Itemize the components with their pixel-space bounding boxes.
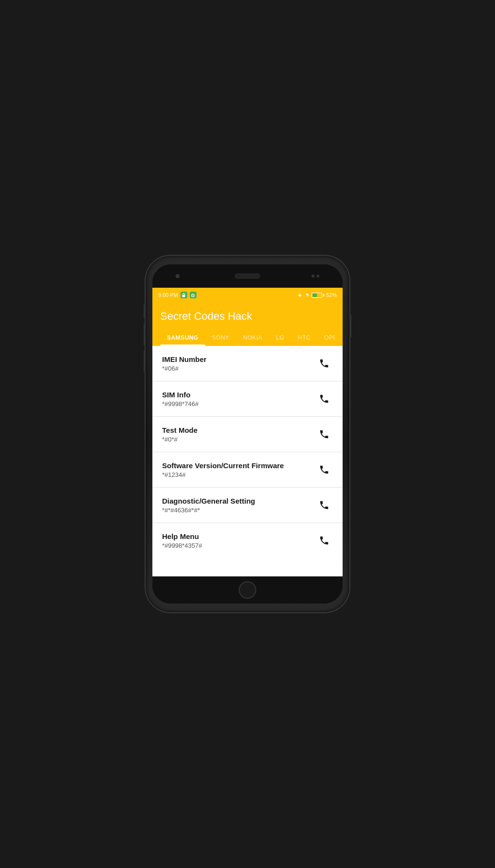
code-name-1: SIM Info <box>162 391 315 399</box>
code-item-2[interactable]: Test Mode *#0*# <box>152 417 343 452</box>
volume-down-button[interactable] <box>144 324 146 345</box>
tab-htc[interactable]: HTC <box>291 329 317 346</box>
screen-content: 9:00 PM <box>152 288 343 576</box>
tab-samsung[interactable]: SAMSUNG <box>160 329 205 346</box>
charging-icon <box>305 293 310 297</box>
top-bezel <box>152 264 343 288</box>
tab-lg[interactable]: LG <box>269 329 291 346</box>
bottom-bezel <box>152 576 343 604</box>
camera-button[interactable] <box>144 350 146 372</box>
code-name-5: Help Menu <box>162 532 315 540</box>
status-left: 9:00 PM <box>158 292 197 298</box>
airplane-icon <box>297 293 303 297</box>
battery-tip <box>323 294 324 296</box>
code-item-5[interactable]: Help Menu *#9998*4357# <box>152 523 343 558</box>
code-value-2: *#0*# <box>162 436 315 443</box>
sensor-1 <box>312 275 314 278</box>
tabs-container: SAMSUNGSONYNOKIALGHTCOPPOM <box>160 329 335 346</box>
status-time: 9:00 PM <box>158 292 178 298</box>
code-value-1: *#9998*746# <box>162 400 315 408</box>
phone-icon-0 <box>319 358 330 369</box>
call-button-1[interactable] <box>315 390 333 408</box>
code-value-5: *#9998*4357# <box>162 542 315 549</box>
call-button-3[interactable] <box>315 461 333 478</box>
alarm-icon <box>190 292 197 298</box>
battery-fill <box>313 294 317 297</box>
code-item-4[interactable]: Diagnostic/General Setting *#*#4636#*#* <box>152 488 343 523</box>
battery-indicator <box>312 293 324 298</box>
code-info-0: IMEI Number *#06# <box>162 355 315 372</box>
code-item-1[interactable]: SIM Info *#9998*746# <box>152 381 343 417</box>
tab-oppo[interactable]: OPPO <box>317 329 335 346</box>
code-value-0: *#06# <box>162 365 315 372</box>
code-item-0[interactable]: IMEI Number *#06# <box>152 346 343 381</box>
speaker <box>235 274 260 278</box>
volume-up-button[interactable] <box>144 304 146 319</box>
battery-bar <box>312 293 322 298</box>
phone-icon-3 <box>319 464 330 475</box>
phone-device: 9:00 PM <box>146 256 349 612</box>
phone-icon-4 <box>319 500 330 510</box>
code-info-2: Test Mode *#0*# <box>162 426 315 443</box>
call-button-0[interactable] <box>315 355 333 372</box>
status-bar: 9:00 PM <box>152 288 343 302</box>
code-item-3[interactable]: Software Version/Current Firmware *#1234… <box>152 452 343 488</box>
code-name-2: Test Mode <box>162 426 315 434</box>
code-name-0: IMEI Number <box>162 355 315 363</box>
call-button-4[interactable] <box>315 496 333 514</box>
code-info-3: Software Version/Current Firmware *#1234… <box>162 461 315 478</box>
code-info-1: SIM Info *#9998*746# <box>162 391 315 408</box>
code-name-3: Software Version/Current Firmware <box>162 461 315 470</box>
code-name-4: Diagnostic/General Setting <box>162 497 315 505</box>
lock-icon <box>181 292 187 298</box>
app-header: Secret Codes Hack SAMSUNGSONYNOKIALGHTCO… <box>152 302 343 346</box>
phone-icon-2 <box>319 429 330 440</box>
battery-percent: 52% <box>326 292 337 298</box>
phone-icon-1 <box>319 393 330 404</box>
code-info-4: Diagnostic/General Setting *#*#4636#*#* <box>162 497 315 514</box>
code-list: IMEI Number *#06# SIM Info *#9998*746# T… <box>152 346 343 558</box>
power-button[interactable] <box>349 314 351 338</box>
code-value-3: *#1234# <box>162 471 315 478</box>
app-title: Secret Codes Hack <box>160 310 335 329</box>
phone-icon-5 <box>319 535 330 546</box>
phone-screen: 9:00 PM <box>152 264 343 604</box>
home-button[interactable] <box>239 581 256 599</box>
sensors <box>312 275 319 278</box>
tab-sony[interactable]: SONY <box>205 329 236 346</box>
call-button-2[interactable] <box>315 426 333 443</box>
front-camera <box>176 274 180 278</box>
status-right: 52% <box>297 292 337 298</box>
code-info-5: Help Menu *#9998*4357# <box>162 532 315 549</box>
call-button-5[interactable] <box>315 532 333 549</box>
svg-rect-0 <box>182 295 185 297</box>
sensor-2 <box>316 275 319 278</box>
code-value-4: *#*#4636#*#* <box>162 507 315 514</box>
tab-nokia[interactable]: NOKIA <box>236 329 269 346</box>
